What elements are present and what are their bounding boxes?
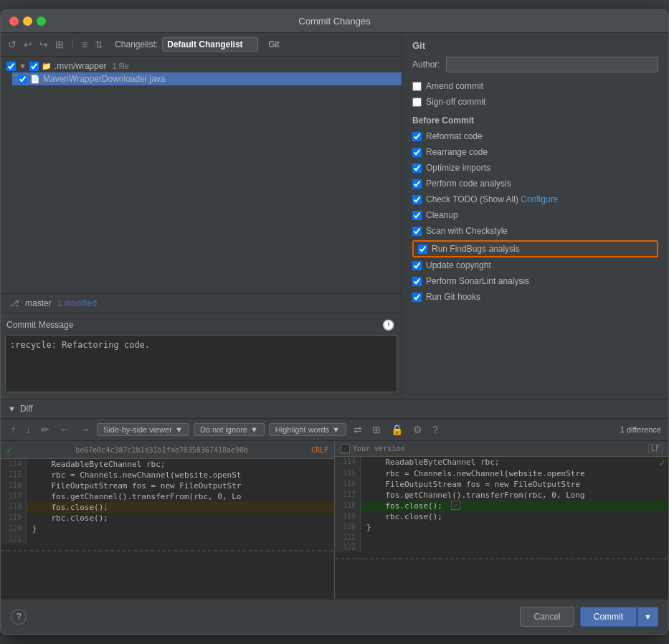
file-toolbar: ↺ ↩ ↪ ⊞ ≡ ⇅ Changelist: Default Changeli…	[1, 33, 402, 57]
copyright-label: Update copyright	[426, 260, 491, 270]
file-name: MavenWrapperDownloader.java	[43, 74, 166, 84]
crlf-badge: CRLF	[311, 446, 328, 454]
sonarlint-checkbox[interactable]	[412, 277, 422, 286]
expand-icon[interactable]: ▼	[19, 62, 27, 70]
reformat-checkbox[interactable]	[412, 132, 422, 141]
amend-commit-checkbox[interactable]	[412, 82, 422, 91]
checkstyle-label: Scan with Checkstyle	[426, 226, 508, 236]
line-118-checkbox[interactable]: ✓	[451, 501, 460, 510]
window-controls	[9, 16, 46, 26]
commit-dropdown-button[interactable]: ▼	[637, 607, 658, 627]
configure-link[interactable]: Configure	[521, 194, 558, 204]
commit-button[interactable]: Commit	[580, 607, 637, 627]
diff-line: 117 fos.getChannel().transferFrom(rbc, 0…	[335, 490, 668, 501]
cleanup-label: Cleanup	[426, 210, 458, 220]
diff-up-button[interactable]: ↑	[8, 422, 19, 437]
highlight-button[interactable]: Highlight words ▼	[269, 423, 346, 436]
author-input[interactable]	[446, 57, 658, 72]
cancel-button[interactable]: Cancel	[520, 607, 574, 627]
highlight-label: Highlight words	[275, 425, 329, 434]
diff-line: 116 FileOutputStream fos = new FileOutpu…	[1, 480, 334, 491]
tree-row-root: ▼ 📁 .mvn/wrapper 1 file	[1, 60, 402, 72]
diff-left-panel: ✓ be67e0c4c387c1b1d31b1fae70358367418ae9…	[1, 441, 335, 599]
your-version-checkbox[interactable]: ✓	[341, 444, 350, 453]
diff-settings-icon[interactable]: ⚙	[410, 422, 425, 437]
check-todo-row: Check TODO (Show All) Configure	[412, 193, 658, 206]
sign-off-label: Sign-off commit	[426, 97, 485, 107]
git-label: Git	[268, 39, 279, 49]
rearrange-checkbox[interactable]	[412, 148, 422, 157]
file-checkbox[interactable]	[18, 75, 27, 84]
changelist-select[interactable]: Default Changelist	[162, 37, 258, 52]
folder-name: .mvn/wrapper	[54, 61, 107, 71]
list-icon[interactable]: ≡	[80, 37, 89, 52]
diff-options-2[interactable]: ⊞	[369, 422, 384, 437]
clock-icon[interactable]: 🕐	[381, 318, 396, 332]
checkstyle-checkbox[interactable]	[412, 227, 422, 236]
close-button[interactable]	[9, 16, 19, 26]
action-buttons: Cancel Commit ▼	[520, 607, 658, 627]
diff-line: 115 rbc = Channels.newChannel(website.op…	[1, 470, 334, 480]
diff-down-button[interactable]: ↓	[23, 422, 34, 437]
author-label: Author:	[412, 60, 440, 70]
amend-commit-label: Amend commit	[426, 81, 483, 91]
findbugs-checkbox[interactable]	[418, 245, 427, 254]
help-button[interactable]: ?	[11, 609, 27, 625]
optimize-checkbox[interactable]	[412, 164, 422, 173]
group-icon[interactable]: ⊞	[54, 37, 65, 52]
tree-row-file[interactable]: 📄 MavenWrapperDownloader.java	[12, 72, 402, 85]
diff-line: 120 }	[335, 522, 668, 533]
refresh-icon[interactable]: ↺	[6, 37, 18, 52]
wavy-separator-right	[335, 551, 668, 566]
diff-section: ▼ Diff ↑ ↓ ✏ ← → Side-by-side viewer ▼ D…	[1, 399, 668, 599]
undo-icon[interactable]: ↩	[22, 37, 34, 52]
sort-icon[interactable]: ⇅	[93, 37, 105, 52]
highlight-chevron-icon: ▼	[332, 425, 340, 434]
diff-help-icon[interactable]: ?	[430, 422, 441, 437]
check-todo-checkbox[interactable]	[412, 195, 422, 204]
git-section-title: Git	[412, 40, 658, 51]
commit-message-header: Commit Message 🕐	[5, 318, 397, 332]
title-bar: Commit Changes	[1, 10, 668, 33]
diff-line: 122	[335, 542, 668, 551]
diff-options-1[interactable]: ⇄	[351, 422, 365, 437]
optimize-row: Optimize imports	[412, 161, 658, 174]
code-analysis-checkbox[interactable]	[412, 179, 422, 189]
maximize-button[interactable]	[37, 16, 46, 26]
sonarlint-label: Perform SonarLint analysis	[426, 276, 529, 286]
git-hooks-label: Run Git hooks	[426, 292, 480, 302]
java-file-icon: 📄	[30, 75, 40, 84]
diff-line: 114 ReadableByteChannel rbc;	[1, 459, 334, 470]
diff-toggle[interactable]: ▼	[8, 404, 16, 413]
diff-line-modified: 118 fos.close();	[1, 502, 334, 513]
diff-edit-button[interactable]: ✏	[38, 422, 52, 437]
diff-line: 119 rbc.close();	[335, 511, 668, 522]
modified-count[interactable]: 1 modified	[57, 298, 97, 308]
redo-icon[interactable]: ↪	[38, 37, 49, 52]
cleanup-checkbox[interactable]	[412, 211, 422, 220]
diff-line: 121	[1, 534, 334, 544]
sign-off-checkbox[interactable]	[412, 98, 422, 107]
git-hooks-checkbox[interactable]	[412, 293, 422, 302]
diff-lock-icon[interactable]: 🔒	[388, 422, 406, 437]
your-version-label: Your version	[353, 445, 404, 453]
minimize-button[interactable]	[23, 16, 32, 26]
folder-checkbox[interactable]	[29, 62, 39, 71]
commit-message-section: Commit Message 🕐 :recycle: Refactoring c…	[1, 313, 402, 399]
ignore-button[interactable]: Do not ignore ▼	[194, 423, 265, 436]
root-checkbox[interactable]	[6, 62, 16, 71]
side-by-side-button[interactable]: Side-by-side viewer ▼	[97, 423, 189, 436]
commit-message-input[interactable]: :recycle: Refactoring code.	[5, 335, 397, 392]
reformat-label: Reformat code	[426, 131, 483, 141]
checkstyle-row: Scan with Checkstyle	[412, 224, 658, 237]
check-todo-label: Check TODO (Show All) Configure	[426, 194, 558, 204]
findbugs-label: Run FindBugs analysis	[432, 244, 520, 254]
diff-prev-button[interactable]: ←	[57, 422, 72, 437]
bottom-bar: ? Cancel Commit ▼	[1, 599, 668, 634]
folder-icon: 📁	[42, 62, 52, 71]
copyright-checkbox[interactable]	[412, 261, 422, 270]
file-count: 1 file	[113, 62, 129, 70]
diff-line: 120 }	[1, 524, 334, 534]
diff-next-button[interactable]: →	[77, 422, 92, 437]
diff-line: 114 ReadableByteChannel rbc; ✓	[335, 457, 668, 468]
